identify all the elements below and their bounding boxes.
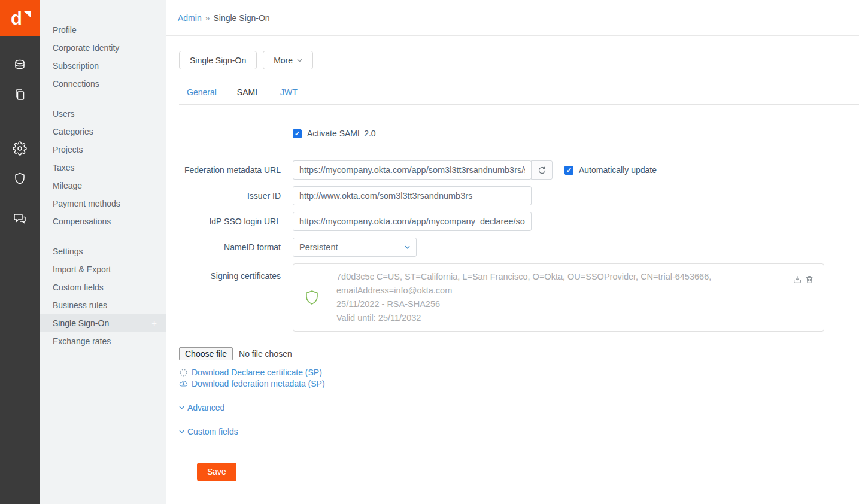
app-logo[interactable]: d xyxy=(0,0,40,36)
more-button-label: More xyxy=(274,56,293,65)
chevron-down-icon xyxy=(405,245,410,249)
tab-general[interactable]: General xyxy=(187,87,217,97)
activate-saml-label: Activate SAML 2.0 xyxy=(307,129,376,138)
sidebar-item-corporate-identity[interactable]: Corporate Identity xyxy=(40,39,166,57)
federation-metadata-label: Federation metadata URL xyxy=(179,165,293,175)
sidebar-group-account: Profile Corporate Identity Subscription … xyxy=(40,21,166,93)
sso-settings-panel: Single Sign-On More General SAML JWT ✓ A… xyxy=(166,36,859,504)
chevron-down-icon xyxy=(297,59,302,62)
save-button[interactable]: Save xyxy=(197,463,236,481)
download-certificate-icon[interactable] xyxy=(793,275,802,284)
advanced-label: Advanced xyxy=(187,403,224,412)
sidebar-item-single-sign-on[interactable]: Single Sign-On + xyxy=(40,314,166,332)
certificate-seal-icon xyxy=(179,368,188,377)
issuer-id-input[interactable] xyxy=(293,186,532,205)
refresh-metadata-button[interactable] xyxy=(531,160,553,180)
certificate-details: 7d0d3c5c C=US, ST=California, L=San Fran… xyxy=(336,270,788,325)
icon-rail: d xyxy=(0,0,40,504)
tab-saml[interactable]: SAML xyxy=(237,87,260,97)
sidebar-item-users[interactable]: Users xyxy=(40,105,166,123)
choose-file-button[interactable]: Choose file xyxy=(179,347,233,360)
nameid-format-value: Persistent xyxy=(299,242,338,252)
chevron-down-icon xyxy=(179,406,184,409)
sidebar-item-compensations[interactable]: Compensations xyxy=(40,212,166,230)
idp-sso-login-row: IdP SSO login URL xyxy=(179,212,859,231)
sidebar-item-custom-fields[interactable]: Custom fields xyxy=(40,278,166,296)
sidebar-item-label: Single Sign-On xyxy=(53,318,109,328)
more-button[interactable]: More xyxy=(263,51,313,69)
auto-update-field: ✓ Automatically update xyxy=(564,165,657,175)
certificate-issued: 25/11/2022 - RSA-SHA256 xyxy=(336,297,788,311)
logo-letter: d xyxy=(11,9,29,28)
sidebar-item-projects[interactable]: Projects xyxy=(40,141,166,159)
certificate-card: 7d0d3c5c C=US, ST=California, L=San Fran… xyxy=(293,263,824,332)
breadcrumb-separator: » xyxy=(205,13,210,23)
sidebar-group-settings: Settings Import & Export Custom fields B… xyxy=(40,242,166,350)
chat-bubbles-icon[interactable] xyxy=(13,211,27,226)
sidebar-item-taxes[interactable]: Taxes xyxy=(40,159,166,177)
signing-certificates-label: Signing certificates xyxy=(179,263,293,281)
custom-fields-label: Custom fields xyxy=(187,427,238,436)
idp-sso-login-label: IdP SSO login URL xyxy=(179,217,293,226)
sidebar-item-connections[interactable]: Connections xyxy=(40,75,166,93)
auto-update-label: Automatically update xyxy=(579,165,657,175)
activate-saml-checkbox[interactable]: ✓ xyxy=(293,129,302,138)
settings-sidebar: Profile Corporate Identity Subscription … xyxy=(40,0,166,504)
download-metadata-label: Download federation metadata (SP) xyxy=(192,378,325,390)
sidebar-group-management: Users Categories Projects Taxes Mileage … xyxy=(40,105,166,230)
idp-sso-login-input[interactable] xyxy=(293,212,532,231)
certificate-subject: 7d0d3c5c C=US, ST=California, L=San Fran… xyxy=(336,270,788,297)
signing-certificates-row: Signing certificates 7d0d3c5c C=US, ST=C… xyxy=(179,263,859,332)
form-divider xyxy=(197,450,859,450)
breadcrumb-admin-link[interactable]: Admin xyxy=(178,13,202,23)
advanced-toggle[interactable]: Advanced xyxy=(179,403,859,412)
certificate-valid-until: Valid until: 25/11/2032 xyxy=(336,311,788,325)
toolbar: Single Sign-On More xyxy=(179,51,859,69)
sidebar-item-subscription[interactable]: Subscription xyxy=(40,57,166,75)
nameid-format-label: NameID format xyxy=(179,242,293,252)
coins-icon[interactable] xyxy=(13,58,27,72)
auto-update-checkbox[interactable]: ✓ xyxy=(564,166,573,175)
federation-metadata-row: Federation metadata URL ✓ Automatically … xyxy=(179,160,859,180)
cloud-download-icon xyxy=(179,379,188,388)
breadcrumb-current: Single Sign-On xyxy=(213,13,269,23)
sidebar-item-business-rules[interactable]: Business rules xyxy=(40,296,166,314)
federation-metadata-input[interactable] xyxy=(293,160,532,180)
sidebar-item-import-export[interactable]: Import & Export xyxy=(40,260,166,278)
delete-certificate-icon[interactable] xyxy=(805,275,814,284)
download-declaree-certificate-link[interactable]: Download Declaree certificate (SP) xyxy=(179,367,859,378)
download-links: Download Declaree certificate (SP) Downl… xyxy=(179,367,859,390)
nameid-format-row: NameID format Persistent xyxy=(179,238,859,257)
sidebar-item-categories[interactable]: Categories xyxy=(40,123,166,141)
sidebar-item-payment-methods[interactable]: Payment methods xyxy=(40,195,166,212)
sidebar-item-settings[interactable]: Settings xyxy=(40,242,166,260)
sidebar-item-exchange-rates[interactable]: Exchange rates xyxy=(40,332,166,350)
file-chosen-status: No file chosen xyxy=(239,349,292,359)
chevron-down-icon xyxy=(179,430,184,433)
download-federation-metadata-link[interactable]: Download federation metadata (SP) xyxy=(179,378,859,390)
single-sign-on-button[interactable]: Single Sign-On xyxy=(179,51,257,69)
saml-form: ✓ Activate SAML 2.0 Federation metadata … xyxy=(179,129,859,504)
certificate-actions xyxy=(793,275,814,284)
main-content: Admin » Single Sign-On Single Sign-On Mo… xyxy=(166,0,859,504)
sidebar-item-mileage[interactable]: Mileage xyxy=(40,177,166,195)
download-certificate-label: Download Declaree certificate (SP) xyxy=(192,367,322,378)
sidebar-item-profile[interactable]: Profile xyxy=(40,21,166,39)
activate-saml-row: ✓ Activate SAML 2.0 xyxy=(179,129,859,138)
documents-icon[interactable] xyxy=(13,87,27,102)
sso-tabs: General SAML JWT xyxy=(179,81,859,105)
topbar: Admin » Single Sign-On xyxy=(166,0,859,36)
issuer-id-row: Issuer ID xyxy=(179,186,859,205)
issuer-id-label: Issuer ID xyxy=(179,191,293,201)
shield-icon[interactable] xyxy=(13,171,27,186)
custom-fields-toggle[interactable]: Custom fields xyxy=(179,427,859,436)
certificate-shield-icon xyxy=(305,290,319,305)
logo-triangle-icon xyxy=(23,11,31,17)
certificate-upload-row: Choose file No file chosen xyxy=(179,347,859,360)
tab-jwt[interactable]: JWT xyxy=(280,87,298,97)
plus-icon: + xyxy=(151,314,157,332)
gear-icon[interactable] xyxy=(13,141,27,156)
nameid-format-select[interactable]: Persistent xyxy=(293,238,417,257)
